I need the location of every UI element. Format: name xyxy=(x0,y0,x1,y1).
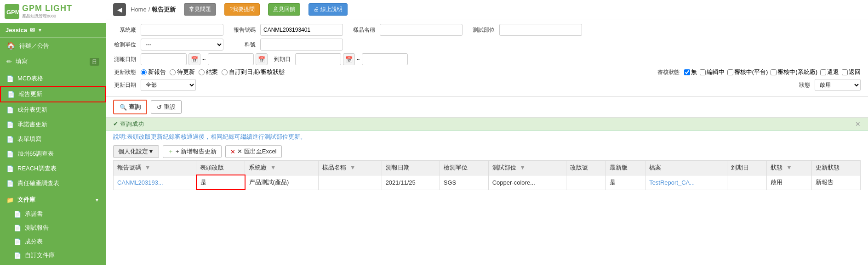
cell-test-date: 2021/11/25 xyxy=(382,175,440,190)
table-body: CANML203193... 是 产品測試(產品) 2021/11/25 SGS… xyxy=(114,175,861,190)
search-label: 查詢 xyxy=(129,103,141,111)
success-message: ✔ 查詢成功 xyxy=(113,120,144,128)
system-factory-input[interactable] xyxy=(141,24,223,36)
expiry-cal-icon[interactable]: 📅 xyxy=(343,53,355,65)
cell-status: 啟用 xyxy=(767,175,812,190)
doc-icon-table: 📄 xyxy=(6,136,14,143)
sidebar-folder-docs[interactable]: 📁 文件庫 ▼ xyxy=(0,192,106,207)
sidebar-item-table-fill[interactable]: 📄 表單填寫 xyxy=(0,132,106,147)
reset-button[interactable]: ↺ 重設 xyxy=(151,100,182,114)
filter-report-no[interactable]: ▼ xyxy=(145,164,151,171)
add-report-button[interactable]: ＋ + 新增報告更新 xyxy=(163,145,222,158)
detection-unit-select[interactable]: --- xyxy=(141,39,223,51)
chk-system[interactable]: 審核中(系統廠) xyxy=(771,68,817,76)
test-date-from[interactable] xyxy=(141,53,187,65)
logo-icon: GPM xyxy=(5,4,19,19)
test-date-to-cal[interactable]: 📅 xyxy=(256,53,268,65)
sidebar-fill-label: 填寫 xyxy=(16,57,28,66)
feedback-button[interactable]: 意見回饋 xyxy=(268,3,300,16)
material-no-input[interactable] xyxy=(260,39,343,51)
test-dept-input[interactable] xyxy=(499,24,582,36)
chk-rejected[interactable]: 遣返 xyxy=(820,68,839,76)
logo-area: GPM GPM LIGHT 產品知識管理8080 xyxy=(0,0,106,23)
sidebar-item-reach[interactable]: 📄 REACH調查表 xyxy=(0,161,106,176)
sidebar-main-items: 📄 MCD表格 📄 報告更新 📄 成分表更新 📄 承諾書更新 📄 表單填寫 📄 … xyxy=(0,69,106,192)
filter-system-factory[interactable]: ▼ xyxy=(270,164,276,171)
export-excel-button[interactable]: ✕ ✕ 匯出至Excel xyxy=(225,145,281,158)
info-text-area: 說明:表頭改版更新紀錄審核通過後，相同紀錄可繼續進行測試部位更新。 xyxy=(106,131,868,143)
faq-button[interactable]: 常見問題 xyxy=(184,3,216,16)
sidebar-custom-lib-label: 自訂文件庫 xyxy=(25,251,55,259)
sidebar-table-label: 表單填寫 xyxy=(17,135,41,143)
label-detection-unit: 檢測單位 xyxy=(113,41,136,49)
sidebar-item-ingredient-update[interactable]: 📄 成分表更新 xyxy=(0,102,106,117)
breadcrumb: Home / 報告更新 xyxy=(131,6,176,14)
back-button[interactable]: ◀ xyxy=(113,3,126,16)
sidebar-item-ca65[interactable]: 📄 加州65調查表 xyxy=(0,147,106,161)
sidebar-item-fill[interactable]: ✏ 填寫 日 xyxy=(0,54,106,69)
sample-name-input[interactable] xyxy=(380,24,463,36)
report-no-link[interactable]: CANML203193... xyxy=(117,179,163,186)
sidebar-item-todo[interactable]: 🏠 待辦／公告 xyxy=(0,38,106,54)
cell-sample-name xyxy=(319,175,382,190)
label-test-dept: 測試部位 xyxy=(467,26,495,34)
cell-header-change: 是 xyxy=(196,175,245,190)
sidebar-item-liability[interactable]: 📄 責任確產調查表 xyxy=(0,176,106,191)
personalize-label: 個人化設定▼ xyxy=(118,147,154,156)
chk-none[interactable]: 無 xyxy=(684,68,697,76)
sidebar-item-contract-doc[interactable]: 📄 承諾書 xyxy=(0,207,106,221)
user-area[interactable]: Jessica ✉ ▼ xyxy=(0,23,106,38)
doc-icon-test-report: 📄 xyxy=(14,225,21,231)
col-sample-name: 樣品名稱 ▼ xyxy=(319,161,382,175)
expiry-date-from[interactable] xyxy=(295,53,341,65)
col-detection-unit: 檢測單位 xyxy=(440,161,488,175)
sidebar-item-contract-update[interactable]: 📄 承諾書更新 xyxy=(0,117,106,132)
filter-status[interactable]: ▼ xyxy=(786,164,792,171)
online-help-button[interactable]: 🖨 線上說明 xyxy=(308,3,348,16)
doc-icon-reach: 📄 xyxy=(6,165,14,172)
test-date-from-cal[interactable]: 📅 xyxy=(188,53,200,65)
radio-custom-date[interactable]: 自訂到日期/審核狀態 xyxy=(222,68,285,76)
file-link[interactable]: TestReport_CA... xyxy=(649,179,695,186)
radio-new-report[interactable]: 新報告 xyxy=(141,68,166,76)
test-date-to[interactable] xyxy=(208,53,254,65)
sidebar-item-custom-lib[interactable]: 📄 自訂文件庫 xyxy=(0,248,106,262)
success-close-btn[interactable]: ✕ xyxy=(855,120,861,128)
doc-icon-report: 📄 xyxy=(7,91,15,98)
sidebar-item-ingredient-doc[interactable]: 📄 成分表 xyxy=(0,235,106,248)
cell-file: TestReport_CA... xyxy=(645,175,727,190)
sidebar-item-report-update[interactable]: 📄 報告更新 xyxy=(0,86,106,102)
sidebar-contract-label: 承諾書更新 xyxy=(17,120,47,129)
col-update-status: 更新狀態 xyxy=(811,161,860,175)
search-button[interactable]: 🔍 查詢 xyxy=(113,100,147,114)
form-row-1: 系統廠 報告號碼 樣品名稱 測試部位 xyxy=(113,24,861,36)
chk-platform[interactable]: 審核中(平台) xyxy=(727,68,768,76)
chk-editing[interactable]: 編輯中 xyxy=(700,68,725,76)
sidebar-item-mcd[interactable]: 📄 MCD表格 xyxy=(0,71,106,86)
breadcrumb-home[interactable]: Home xyxy=(131,6,147,13)
data-table: 報告號碼 ▼ 表頭改版 系統廠 ▼ 樣品名稱 ▼ 測報日 xyxy=(113,160,861,190)
status-select[interactable]: 啟用 停用 全部 xyxy=(815,79,861,91)
expiry-date-to[interactable] xyxy=(362,53,408,65)
search-icon: 🔍 xyxy=(120,104,127,111)
sidebar: GPM GPM LIGHT 產品知識管理8080 Jessica ✉ ▼ 🏠 待… xyxy=(0,0,106,265)
filter-test-dept[interactable]: ▼ xyxy=(520,164,525,171)
filter-sample-name[interactable]: ▼ xyxy=(350,164,356,171)
label-update-date: 更新日期 xyxy=(113,81,136,89)
col-test-date: 測報日期 xyxy=(382,161,440,175)
radio-concluded[interactable]: 結案 xyxy=(199,68,218,76)
update-date-select[interactable]: 全部 近7天 近30天 近90天 xyxy=(141,79,196,91)
ask-button[interactable]: ?我要提問 xyxy=(224,3,260,16)
sidebar-report-label: 報告更新 xyxy=(18,90,42,98)
sidebar-item-test-report[interactable]: 📄 測試報告 xyxy=(0,221,106,235)
table-wrap: 報告號碼 ▼ 表頭改版 系統廠 ▼ 樣品名稱 ▼ 測報日 xyxy=(106,160,868,265)
col-latest-version: 最新版 xyxy=(606,161,645,175)
radio-pending[interactable]: 待更新 xyxy=(170,68,195,76)
chk-returned[interactable]: 返回 xyxy=(842,68,861,76)
personalize-button[interactable]: 個人化設定▼ xyxy=(113,145,159,158)
col-system-factory: 系統廠 ▼ xyxy=(245,161,319,175)
report-no-input[interactable] xyxy=(260,24,343,36)
form-row-3: 測報日期 📅 ~ 📅 到期日 📅 ~ xyxy=(113,53,861,65)
label-expiry: 到期日 xyxy=(272,56,291,63)
action-row: 🔍 查詢 ↺ 重設 xyxy=(106,97,868,118)
